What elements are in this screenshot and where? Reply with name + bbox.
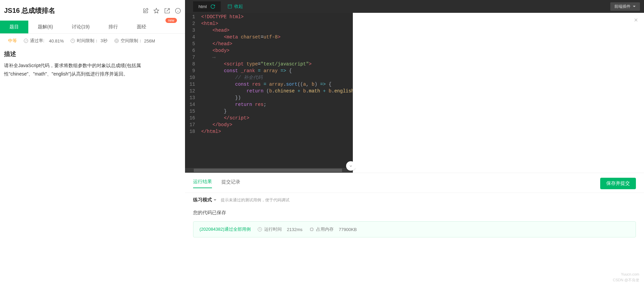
tab-solution[interactable]: 题解(6) <box>28 21 62 33</box>
horizontal-scrollbar[interactable] <box>185 168 353 173</box>
pass-rate: 通过率: 40.81% <box>24 38 64 44</box>
new-badge: new <box>165 18 177 23</box>
practice-hint: 提示未通过的测试用例，便于代码调试 <box>221 197 289 203</box>
svg-rect-7 <box>310 228 313 231</box>
svg-rect-5 <box>228 5 232 8</box>
time-limit: 时间限制：3秒 <box>70 38 107 44</box>
clock-icon <box>257 227 262 232</box>
plugin-button[interactable]: 前端插件 <box>610 2 640 11</box>
tab-interview[interactable]: 面经 <box>127 21 156 33</box>
svg-point-1 <box>24 39 28 43</box>
chip-icon <box>309 227 314 232</box>
info-icon[interactable] <box>175 8 181 14</box>
pass-summary: (202084382)通过全部用例 <box>200 226 251 232</box>
space-limit: 空间限制：256M <box>114 38 155 44</box>
svg-point-3 <box>115 39 119 43</box>
share-icon[interactable] <box>164 8 170 14</box>
collapse-button[interactable]: 收起 <box>227 3 243 9</box>
description-body: 请补全JavaScript代码，要求将数组参数中的对象以总成绩(包括属性"chi… <box>0 61 185 78</box>
tab-rank[interactable]: 排行 <box>99 21 127 33</box>
collapse-icon <box>227 4 232 9</box>
memory-stat: 占用内存 77900KB <box>309 226 357 232</box>
runtime-stat: 运行时间 2132ms <box>257 226 303 232</box>
watermark: Yuucn.com CSDN @不良使 <box>613 271 639 283</box>
pass-result-box: (202084382)通过全部用例 运行时间 2132ms 占用内存 77900… <box>193 221 636 237</box>
tab-run-result[interactable]: 运行结果 <box>193 179 212 188</box>
description-heading: 描述 <box>0 49 185 61</box>
tab-submit-history[interactable]: 提交记录 <box>221 179 240 188</box>
language-tab[interactable]: html <box>193 1 221 12</box>
problem-title: JS16 总成绩排名 <box>4 6 55 15</box>
svg-point-4 <box>116 40 118 42</box>
preview-pane: × <box>353 13 644 168</box>
submit-button[interactable]: 保存并提交 <box>600 178 636 189</box>
star-icon[interactable] <box>153 8 159 14</box>
check-circle-icon <box>24 38 28 43</box>
tab-problem[interactable]: 题目 <box>0 21 28 33</box>
saved-message: 您的代码已保存 <box>185 207 644 221</box>
editor-header: html 收起 前端插件 <box>185 0 644 13</box>
difficulty-label: 中等 <box>8 38 17 44</box>
chevron-down-icon <box>633 5 636 8</box>
line-gutter: 123456789101112131415161718 <box>185 13 198 135</box>
refresh-icon[interactable] <box>210 4 215 9</box>
tab-discuss[interactable]: 讨论(19) <box>62 21 99 33</box>
caret-down-icon <box>213 198 217 202</box>
code-content[interactable]: <!DOCTYPE html> <html> <head> <meta char… <box>185 13 353 136</box>
edit-icon[interactable] <box>143 8 149 14</box>
target-icon <box>114 38 119 43</box>
practice-mode-toggle[interactable]: 练习模式 <box>193 197 217 203</box>
close-icon[interactable]: × <box>634 16 638 24</box>
code-editor[interactable]: 123456789101112131415161718 <!DOCTYPE ht… <box>185 13 353 168</box>
problem-tabs: 题目 题解(6) 讨论(19) 排行 面经 new <box>0 21 185 34</box>
clock-icon <box>70 38 75 43</box>
